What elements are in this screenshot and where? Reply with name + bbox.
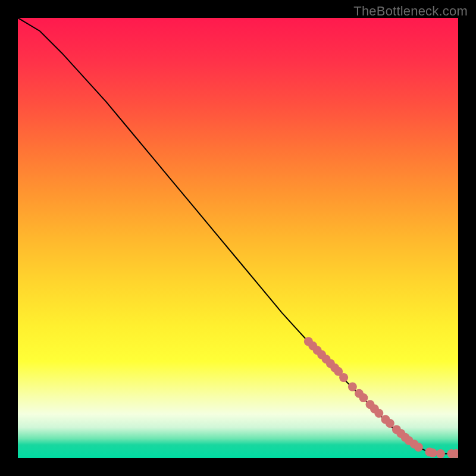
data-marker bbox=[414, 443, 423, 452]
data-marker bbox=[339, 373, 348, 382]
data-marker bbox=[428, 449, 437, 458]
data-marker bbox=[436, 449, 445, 458]
data-marker bbox=[348, 383, 357, 392]
gradient-background bbox=[18, 18, 458, 458]
data-marker bbox=[374, 409, 383, 418]
data-marker bbox=[386, 419, 394, 428]
data-marker bbox=[359, 393, 368, 402]
chart-area bbox=[18, 18, 458, 458]
attribution-label: TheBottleneck.com bbox=[353, 4, 468, 19]
chart-svg bbox=[18, 18, 458, 458]
